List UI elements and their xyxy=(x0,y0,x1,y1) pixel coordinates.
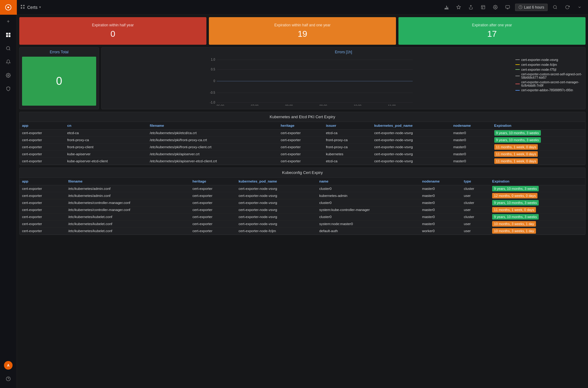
star-icon[interactable] xyxy=(454,2,464,12)
stat-card-half-one-year-label: Expiration within half and one year xyxy=(274,23,330,27)
th-nodename[interactable]: nodename xyxy=(451,122,492,130)
table-cell: etcd-ca xyxy=(323,130,372,137)
table-cell: cluster0 xyxy=(317,185,420,192)
svg-rect-1 xyxy=(6,33,8,35)
app-logo[interactable] xyxy=(0,0,17,15)
table-cell: cert-exporter-node-vsvrg xyxy=(236,199,317,206)
th-expiration[interactable]: Expiration xyxy=(492,122,585,130)
table-cell: cert-exporter xyxy=(20,144,65,151)
svg-text:06:00: 06:00 xyxy=(217,104,224,106)
th-filename[interactable]: filename xyxy=(66,178,190,185)
alerts-icon[interactable] xyxy=(0,55,17,69)
stat-cards-row: Expiration within half year 0 Expiration… xyxy=(19,17,586,45)
explore-icon[interactable] xyxy=(0,42,17,55)
table-cell: /etc/kubernetes/pki/front-proxy-client.c… xyxy=(147,144,278,151)
kubeconfig-table-panel: Kubeconfig Cert Expiry app filename heri… xyxy=(19,168,586,235)
table-cell: cert-exporter xyxy=(190,220,236,228)
legend-dot xyxy=(515,69,520,70)
table-cell: front-proxy-ca xyxy=(323,144,372,151)
table-cell: cert-exporter-node-vsvrg xyxy=(236,206,317,213)
legend-dot xyxy=(515,90,520,91)
table-cell: system:kube-controller-manager xyxy=(317,206,420,213)
th-nodename[interactable]: nodename xyxy=(420,178,461,185)
table-cell: /etc/kubernetes/admin.conf xyxy=(66,192,190,199)
th-pod-name[interactable]: kubernetes_pod_name xyxy=(236,178,317,185)
table-cell: cert-exporter-node-fcljm xyxy=(236,228,317,235)
svg-text:11:00: 11:00 xyxy=(388,104,396,106)
table-cell: system:node:master0 xyxy=(317,220,420,228)
table-cell: master0 xyxy=(420,206,461,213)
bar-chart-icon[interactable] xyxy=(442,2,451,12)
table-cell: /etc/kubernetes/pki/apiserver.crt xyxy=(147,151,278,158)
svg-text:07:00: 07:00 xyxy=(251,104,258,106)
expiration-cell: 10 months, 3 weeks, 1 day xyxy=(490,220,585,228)
table-cell: master0 xyxy=(420,220,461,228)
svg-point-23 xyxy=(495,7,496,8)
table-cell: cert-exporter xyxy=(190,206,236,213)
table-cell: cert-exporter-node-vsvrg xyxy=(372,151,451,158)
legend-label: cert-exporter-node-vsvrg xyxy=(521,58,558,62)
th-app[interactable]: app xyxy=(20,178,66,185)
page-title[interactable]: Certs ▾ xyxy=(27,5,41,10)
chevron-down-icon[interactable] xyxy=(575,2,584,12)
settings-icon[interactable] xyxy=(0,69,17,82)
svg-rect-3 xyxy=(6,35,8,37)
chart-legend: cert-exporter-node-vsvrg cert-exporter-n… xyxy=(515,57,583,107)
sidebar: + A xyxy=(0,0,17,388)
table-cell: /etc/kubernetes/pki/etcd/ca.crt xyxy=(147,130,278,137)
svg-rect-10 xyxy=(21,5,22,6)
svg-point-5 xyxy=(6,47,10,50)
th-app[interactable]: app xyxy=(20,122,65,130)
stat-card-after-year-label: Expiration after one year xyxy=(472,23,512,27)
shield-icon[interactable] xyxy=(0,82,17,96)
share-icon[interactable] xyxy=(466,2,476,12)
th-cn[interactable]: cn xyxy=(65,122,148,130)
table-cell: /etc/kubernetes/kubelet.conf xyxy=(66,213,190,220)
avatar-circle: A xyxy=(4,361,13,370)
table-cell: /etc/kubernetes/controller-manager.conf xyxy=(66,199,190,206)
th-name[interactable]: name xyxy=(317,178,420,185)
th-issuer[interactable]: issuer xyxy=(323,122,372,130)
refresh-icon[interactable] xyxy=(562,2,572,12)
table-cell: cert-exporter xyxy=(190,228,236,235)
table-cell: cert-exporter xyxy=(20,199,66,206)
time-range-picker[interactable]: Last 6 hours xyxy=(515,4,548,11)
panel-icon[interactable] xyxy=(478,2,488,12)
errors-total-title: Errors Total xyxy=(22,50,96,54)
th-filename[interactable]: filename xyxy=(147,122,278,130)
legend-item-vsvrg: cert-exporter-node-vsvrg xyxy=(515,58,583,62)
table-cell: worker0 xyxy=(420,228,461,235)
table-cell: master0 xyxy=(420,199,461,206)
table-cell: master0 xyxy=(451,130,492,137)
errors-chart-title: Errors [1h] xyxy=(104,50,583,54)
th-type[interactable]: type xyxy=(462,178,490,185)
table-cell: kubernetes xyxy=(323,151,372,158)
table-cell: cert-exporter xyxy=(20,192,66,199)
th-heritage[interactable]: heritage xyxy=(190,178,236,185)
dashboard-icon[interactable] xyxy=(0,28,17,42)
monitor-icon[interactable] xyxy=(503,2,513,12)
plus-icon[interactable]: + xyxy=(0,15,17,28)
search-icon[interactable] xyxy=(550,2,560,12)
table-cell: /etc/kubernetes/kubelet.conf xyxy=(66,220,190,228)
table-cell: master0 xyxy=(451,151,492,158)
gear-icon[interactable] xyxy=(491,2,500,12)
svg-point-7 xyxy=(8,75,9,76)
th-pod-name[interactable]: kubernetes_pod_name xyxy=(372,122,451,130)
help-icon[interactable] xyxy=(0,372,17,386)
table-row: cert-exporter/etc/kubernetes/controller-… xyxy=(20,206,585,213)
table-row: cert-exporter/etc/kubernetes/admin.confc… xyxy=(20,185,585,192)
table-cell: user xyxy=(462,192,490,199)
user-avatar[interactable]: A xyxy=(0,359,17,372)
legend-item-self-signed: cert-exporter-custom-secret-self-signed-… xyxy=(515,73,583,79)
table-cell: master0 xyxy=(451,144,492,151)
table-cell: cert-exporter xyxy=(278,137,324,144)
table-cell: cert-exporter xyxy=(20,130,65,137)
table-cell: cert-exporter-node-vsvrg xyxy=(372,144,451,151)
th-expiration[interactable]: Expiration xyxy=(490,178,585,185)
th-heritage[interactable]: heritage xyxy=(278,122,324,130)
table-cell: cluster xyxy=(462,199,490,206)
errors-chart-panel: Errors [1h] 1.0 0.5 xyxy=(101,47,586,109)
errors-row: Errors Total 0 Errors [1h] xyxy=(19,47,586,109)
table-cell: user xyxy=(462,220,490,228)
